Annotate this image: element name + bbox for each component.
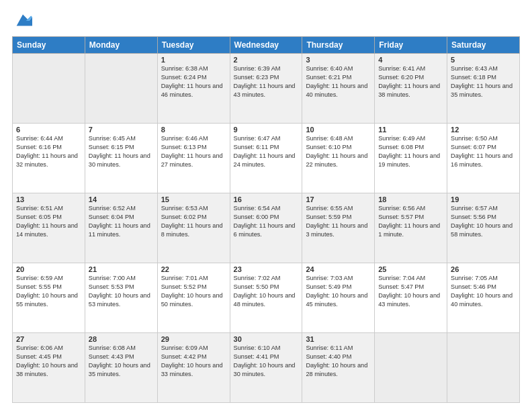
calendar-cell: 16Sunrise: 6:54 AMSunset: 6:00 PMDayligh… [230, 193, 302, 263]
day-detail: Sunrise: 6:49 AMSunset: 6:08 PMDaylight:… [378, 134, 443, 169]
day-number: 4 [378, 56, 443, 64]
day-detail: Sunrise: 6:55 AMSunset: 5:59 PMDaylight:… [306, 204, 371, 239]
page-header [12, 11, 520, 30]
day-number: 14 [89, 195, 154, 203]
day-number: 28 [89, 335, 154, 343]
day-number: 16 [234, 195, 299, 203]
day-detail: Sunrise: 7:01 AMSunset: 5:52 PMDaylight:… [161, 274, 226, 309]
day-number: 7 [89, 126, 154, 134]
day-number: 8 [161, 126, 226, 134]
day-number: 20 [16, 265, 81, 273]
day-detail: Sunrise: 6:39 AMSunset: 6:23 PMDaylight:… [234, 64, 299, 99]
col-header-sunday: Sunday [13, 37, 85, 54]
calendar-cell: 9Sunrise: 6:47 AMSunset: 6:11 PMDaylight… [230, 124, 302, 193]
day-detail: Sunrise: 6:40 AMSunset: 6:21 PMDaylight:… [306, 64, 371, 99]
calendar-cell: 8Sunrise: 6:46 AMSunset: 6:13 PMDaylight… [157, 124, 230, 193]
day-detail: Sunrise: 6:41 AMSunset: 6:20 PMDaylight:… [378, 64, 443, 99]
calendar-cell: 14Sunrise: 6:52 AMSunset: 6:04 PMDayligh… [85, 193, 157, 263]
calendar-cell: 13Sunrise: 6:51 AMSunset: 6:05 PMDayligh… [13, 193, 85, 263]
day-detail: Sunrise: 7:00 AMSunset: 5:53 PMDaylight:… [89, 274, 154, 309]
day-detail: Sunrise: 6:06 AMSunset: 4:45 PMDaylight:… [16, 344, 81, 379]
calendar-cell: 30Sunrise: 6:10 AMSunset: 4:41 PMDayligh… [230, 333, 302, 403]
col-header-thursday: Thursday [302, 37, 375, 54]
calendar-cell [375, 333, 447, 403]
calendar-cell [447, 333, 520, 403]
day-detail: Sunrise: 6:52 AMSunset: 6:04 PMDaylight:… [89, 204, 154, 239]
calendar-cell: 18Sunrise: 6:56 AMSunset: 5:57 PMDayligh… [375, 193, 447, 263]
day-number: 24 [306, 265, 371, 273]
logo [12, 11, 32, 30]
calendar-cell: 2Sunrise: 6:39 AMSunset: 6:23 PMDaylight… [230, 54, 302, 124]
col-header-friday: Friday [375, 37, 447, 54]
day-detail: Sunrise: 6:56 AMSunset: 5:57 PMDaylight:… [378, 204, 443, 239]
calendar-cell: 5Sunrise: 6:43 AMSunset: 6:18 PMDaylight… [447, 54, 520, 124]
calendar-cell: 25Sunrise: 7:04 AMSunset: 5:47 PMDayligh… [375, 263, 447, 333]
col-header-tuesday: Tuesday [157, 37, 230, 54]
day-number: 10 [306, 126, 371, 134]
calendar-cell: 31Sunrise: 6:11 AMSunset: 4:40 PMDayligh… [302, 333, 375, 403]
day-detail: Sunrise: 6:09 AMSunset: 4:42 PMDaylight:… [161, 344, 226, 379]
day-number: 17 [306, 195, 371, 203]
calendar-cell: 24Sunrise: 7:03 AMSunset: 5:49 PMDayligh… [302, 263, 375, 333]
day-detail: Sunrise: 6:53 AMSunset: 6:02 PMDaylight:… [161, 204, 226, 239]
day-number: 6 [16, 126, 81, 134]
calendar-cell: 26Sunrise: 7:05 AMSunset: 5:46 PMDayligh… [447, 263, 520, 333]
day-detail: Sunrise: 6:57 AMSunset: 5:56 PMDaylight:… [451, 204, 516, 239]
day-detail: Sunrise: 6:10 AMSunset: 4:41 PMDaylight:… [234, 344, 299, 379]
day-detail: Sunrise: 6:08 AMSunset: 4:43 PMDaylight:… [89, 344, 154, 379]
day-number: 25 [378, 265, 443, 273]
calendar-cell: 27Sunrise: 6:06 AMSunset: 4:45 PMDayligh… [13, 333, 85, 403]
day-number: 9 [234, 126, 299, 134]
day-detail: Sunrise: 6:38 AMSunset: 6:24 PMDaylight:… [161, 64, 226, 99]
calendar-cell: 7Sunrise: 6:45 AMSunset: 6:15 PMDaylight… [85, 124, 157, 193]
day-number: 18 [378, 195, 443, 203]
day-detail: Sunrise: 6:47 AMSunset: 6:11 PMDaylight:… [234, 134, 299, 169]
day-number: 19 [451, 195, 516, 203]
day-number: 2 [234, 56, 299, 64]
col-header-wednesday: Wednesday [230, 37, 302, 54]
calendar-cell: 6Sunrise: 6:44 AMSunset: 6:16 PMDaylight… [13, 124, 85, 193]
calendar-cell: 17Sunrise: 6:55 AMSunset: 5:59 PMDayligh… [302, 193, 375, 263]
calendar-cell: 21Sunrise: 7:00 AMSunset: 5:53 PMDayligh… [85, 263, 157, 333]
day-detail: Sunrise: 6:46 AMSunset: 6:13 PMDaylight:… [161, 134, 226, 169]
day-detail: Sunrise: 6:50 AMSunset: 6:07 PMDaylight:… [451, 134, 516, 169]
calendar-cell: 3Sunrise: 6:40 AMSunset: 6:21 PMDaylight… [302, 54, 375, 124]
day-number: 15 [161, 195, 226, 203]
day-number: 3 [306, 56, 371, 64]
day-detail: Sunrise: 6:43 AMSunset: 6:18 PMDaylight:… [451, 64, 516, 99]
day-detail: Sunrise: 7:05 AMSunset: 5:46 PMDaylight:… [451, 274, 516, 309]
calendar-cell: 15Sunrise: 6:53 AMSunset: 6:02 PMDayligh… [157, 193, 230, 263]
calendar-cell: 20Sunrise: 6:59 AMSunset: 5:55 PMDayligh… [13, 263, 85, 333]
day-number: 11 [378, 126, 443, 134]
calendar-cell: 19Sunrise: 6:57 AMSunset: 5:56 PMDayligh… [447, 193, 520, 263]
day-detail: Sunrise: 7:04 AMSunset: 5:47 PMDaylight:… [378, 274, 443, 309]
svg-marker-0 [17, 15, 32, 26]
day-number: 1 [161, 56, 226, 64]
calendar-cell: 11Sunrise: 6:49 AMSunset: 6:08 PMDayligh… [375, 124, 447, 193]
day-detail: Sunrise: 6:48 AMSunset: 6:10 PMDaylight:… [306, 134, 371, 169]
calendar-cell: 23Sunrise: 7:02 AMSunset: 5:50 PMDayligh… [230, 263, 302, 333]
day-detail: Sunrise: 7:03 AMSunset: 5:49 PMDaylight:… [306, 274, 371, 309]
calendar-cell: 1Sunrise: 6:38 AMSunset: 6:24 PMDaylight… [157, 54, 230, 124]
day-detail: Sunrise: 6:51 AMSunset: 6:05 PMDaylight:… [16, 204, 81, 239]
day-number: 22 [161, 265, 226, 273]
day-number: 12 [451, 126, 516, 134]
day-number: 26 [451, 265, 516, 273]
day-number: 13 [16, 195, 81, 203]
day-detail: Sunrise: 7:02 AMSunset: 5:50 PMDaylight:… [234, 274, 299, 309]
day-detail: Sunrise: 6:59 AMSunset: 5:55 PMDaylight:… [16, 274, 81, 309]
calendar-cell: 10Sunrise: 6:48 AMSunset: 6:10 PMDayligh… [302, 124, 375, 193]
calendar-table: SundayMondayTuesdayWednesdayThursdayFrid… [12, 36, 520, 403]
calendar-cell: 29Sunrise: 6:09 AMSunset: 4:42 PMDayligh… [157, 333, 230, 403]
calendar-cell: 22Sunrise: 7:01 AMSunset: 5:52 PMDayligh… [157, 263, 230, 333]
day-number: 30 [234, 335, 299, 343]
day-number: 29 [161, 335, 226, 343]
day-detail: Sunrise: 6:44 AMSunset: 6:16 PMDaylight:… [16, 134, 81, 169]
day-detail: Sunrise: 6:45 AMSunset: 6:15 PMDaylight:… [89, 134, 154, 169]
day-number: 23 [234, 265, 299, 273]
calendar-cell [13, 54, 85, 124]
calendar-cell: 12Sunrise: 6:50 AMSunset: 6:07 PMDayligh… [447, 124, 520, 193]
day-detail: Sunrise: 6:54 AMSunset: 6:00 PMDaylight:… [234, 204, 299, 239]
day-number: 27 [16, 335, 81, 343]
col-header-monday: Monday [85, 37, 157, 54]
